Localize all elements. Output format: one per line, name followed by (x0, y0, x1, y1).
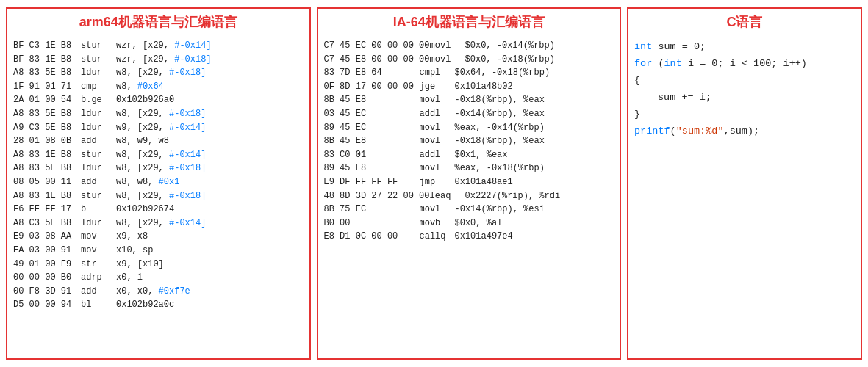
arm-highlight: #-0x18] (169, 191, 206, 201)
ia-mnemonic: movl (420, 134, 455, 148)
ia-bytes: 03 45 EC (324, 107, 420, 121)
arm-mnemonic: stur (81, 39, 116, 53)
arm-line: E9 03 08 AA movx9, x8 (13, 230, 304, 244)
arm-mnemonic: ldur (81, 66, 116, 80)
arm-bytes: A9 C3 5E B8 (13, 121, 81, 135)
arm-line: D5 00 00 94 bl0x102b92a0c (13, 298, 304, 312)
ia-bytes: 8B 45 E8 (324, 93, 420, 107)
clang-panel: C语言 int sum = 0;for (int i = 0; i < 100;… (627, 7, 862, 360)
arm-highlight: #-0x18] (169, 68, 206, 78)
ia64-title: IA-64机器语言与汇编语言 (318, 9, 620, 34)
c-function: printf (634, 126, 670, 137)
arm64-panel: arm64机器语言与汇编语言 BF C3 1E B8 sturwzr, [x29… (6, 7, 311, 360)
arm-mnemonic: stur (81, 189, 116, 203)
arm-mnemonic: b (81, 203, 116, 217)
arm-mnemonic: stur (81, 148, 116, 162)
arm-highlight: #0x1 (159, 177, 180, 187)
c-string: "sum:%d" (676, 126, 724, 137)
c-line: { (634, 73, 855, 90)
arm-line: A8 83 1E B8 sturw8, [x29, #-0x14] (13, 148, 304, 162)
ia-operands: -0x14(%rbp), %esi (455, 203, 545, 217)
ia-line: 89 45 EC movl%eax, -0x14(%rbp) (324, 121, 614, 135)
c-text: sum += i; (658, 92, 711, 103)
arm-highlight: #-0x14] (169, 150, 206, 160)
arm-operands: w8, #0x64 (116, 80, 164, 94)
ia-operands: $0x1, %eax (455, 148, 508, 162)
arm-highlight: #-0x18] (174, 54, 211, 65)
arm-mnemonic: add (81, 285, 116, 299)
arm-operands: w8, [x29, #-0x18] (116, 66, 206, 80)
ia-bytes: E8 D1 0C 00 00 (324, 230, 420, 244)
arm-operands: w8, w8, #0x1 (116, 175, 179, 189)
arm-bytes: 08 05 00 11 (13, 175, 81, 189)
ia-operands: $0x64, -0x18(%rbp) (455, 66, 550, 80)
arm-bytes: EA 03 00 91 (13, 244, 81, 258)
arm-highlight: #0x64 (137, 81, 164, 92)
c-text: sum = 0; (652, 41, 706, 52)
arm-operands: x0, 1 (116, 271, 143, 285)
ia-operands: -0x18(%rbp), %eax (455, 134, 545, 148)
arm-line: 28 01 08 0B addw8, w9, w8 (13, 134, 304, 148)
ia-line: 8B 75 EC movl-0x14(%rbp), %esi (324, 203, 614, 217)
arm-line: A8 83 5E B8 ldurw8, [x29, #-0x18] (13, 161, 304, 175)
c-keyword: for (634, 58, 652, 69)
arm-bytes: A8 83 5E B8 (13, 107, 81, 121)
arm-line: 08 05 00 11 addw8, w8, #0x1 (13, 175, 304, 189)
ia-line: C7 45 EC 00 00 00 00 movl$0x0, -0x14(%rb… (324, 39, 614, 53)
ia-bytes: 83 C0 01 (324, 148, 420, 162)
ia-mnemonic: movl (420, 93, 455, 107)
c-text: ( (670, 126, 676, 137)
arm-operands: wzr, [x29, #-0x14] (116, 39, 212, 53)
ia64-panel: IA-64机器语言与汇编语言 C7 45 EC 00 00 00 00 movl… (317, 7, 622, 360)
ia-line: E9 DF FF FF FF jmp0x101a48ae1 (324, 175, 614, 189)
c-line: for (int i = 0; i < 100; i++) (634, 56, 855, 73)
ia-line: 8B 45 E8 movl-0x18(%rbp), %eax (324, 93, 614, 107)
arm-line: 2A 01 00 54 b.ge0x102b926a0 (13, 93, 304, 107)
arm-line: 1F 91 01 71 cmpw8, #0x64 (13, 80, 304, 94)
arm-operands: x0, x0, #0xf7e (116, 285, 190, 299)
ia-operands: %eax, -0x18(%rbp) (455, 161, 545, 175)
arm-line: EA 03 00 91 movx10, sp (13, 244, 304, 258)
arm-mnemonic: bl (81, 298, 116, 312)
arm-bytes: 28 01 08 0B (13, 134, 81, 148)
ia-mnemonic: movb (420, 217, 455, 230)
arm-mnemonic: add (81, 134, 116, 148)
arm-line: 00 00 00 B0 adrpx0, 1 (13, 271, 304, 285)
arm-highlight: #-0x18] (169, 109, 206, 119)
ia-mnemonic: jmp (420, 175, 455, 189)
arm-highlight: #-0x14] (169, 218, 206, 228)
arm-mnemonic: ldur (81, 161, 116, 175)
arm64-content: BF C3 1E B8 sturwzr, [x29, #-0x14]BF 83 … (7, 34, 309, 358)
arm64-title: arm64机器语言与汇编语言 (7, 9, 309, 34)
arm-operands: 0x102b926a0 (116, 93, 174, 107)
ia-operands: %eax, -0x14(%rbp) (455, 121, 545, 135)
c-text: ,sum); (724, 126, 760, 137)
arm-line: A8 83 5E B8 ldurw8, [x29, #-0x18] (13, 107, 304, 121)
ia-bytes: 89 45 EC (324, 121, 420, 135)
arm-operands: w8, [x29, #-0x14] (116, 148, 206, 162)
ia-operands: -0x18(%rbp), %eax (455, 93, 545, 107)
arm-operands: w8, w9, w8 (116, 134, 169, 148)
arm-bytes: A8 83 1E B8 (13, 189, 81, 203)
arm-bytes: 00 00 00 B0 (13, 271, 81, 285)
ia-operands: 0x2227(%rip), %rdi (465, 189, 561, 203)
ia-line: C7 45 E8 00 00 00 00 movl$0x0, -0x18(%rb… (324, 53, 614, 67)
arm-bytes: E9 03 08 AA (13, 230, 81, 244)
arm-mnemonic: stur (81, 53, 116, 67)
arm-bytes: 00 F8 3D 91 (13, 285, 81, 299)
ia-operands: $0x0, %al (455, 217, 503, 230)
arm-operands: x10, sp (116, 244, 153, 258)
c-text: ( (652, 58, 664, 69)
arm-mnemonic: cmp (81, 80, 116, 94)
arm-mnemonic: str (81, 258, 116, 272)
arm-bytes: A8 83 1E B8 (13, 148, 81, 162)
ia-operands: 0x101a497e4 (455, 230, 513, 244)
ia-bytes: 8B 45 E8 (324, 134, 420, 148)
arm-bytes: BF C3 1E B8 (13, 39, 81, 53)
arm-line: A8 C3 5E B8 ldurw8, [x29, #-0x14] (13, 217, 304, 230)
arm-bytes: D5 00 00 94 (13, 298, 81, 312)
arm-highlight: #-0x18] (169, 163, 206, 173)
ia64-content: C7 45 EC 00 00 00 00 movl$0x0, -0x14(%rb… (318, 34, 620, 358)
arm-line: BF 83 1E B8 sturwzr, [x29, #-0x18] (13, 53, 304, 67)
arm-operands: w9, [x29, #-0x14] (116, 121, 206, 135)
